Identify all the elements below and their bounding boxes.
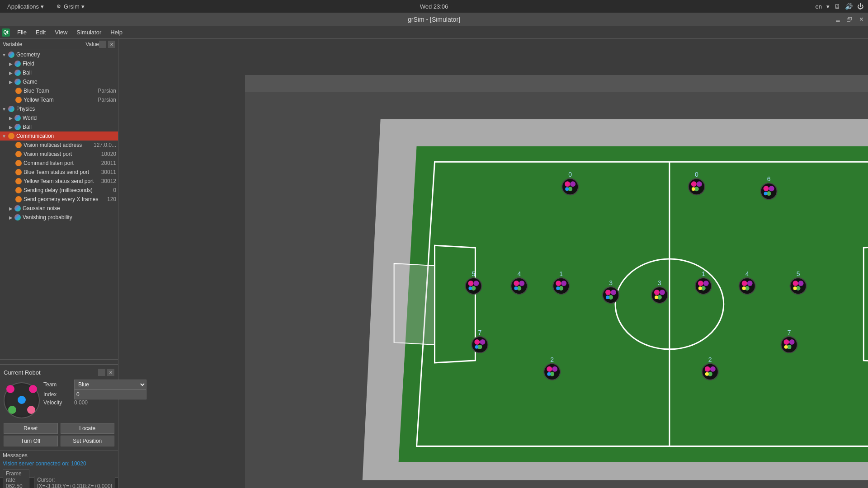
tree-item-sending-delay[interactable]: Sending delay (milliseconds) 0	[0, 186, 118, 195]
cursor-indicator: Cursor: [X=-3.180;Y=+0.318;Z=+0.000]	[34, 476, 115, 488]
action-buttons-row1: Reset Locate	[4, 423, 114, 434]
node-icon	[8, 52, 14, 58]
svg-point-18	[561, 281, 566, 286]
index-input[interactable]	[74, 389, 146, 399]
sys-icon-power: ⏻	[857, 3, 863, 10]
game-viewport[interactable]: 0 1 2	[245, 75, 868, 488]
tree-label: Vision multicast port	[24, 151, 72, 157]
node-icon	[8, 133, 14, 139]
menu-view[interactable]: View	[50, 27, 72, 38]
applications-menu[interactable]: Applications ▾	[5, 2, 47, 11]
tree-item-field[interactable]: ▶ Field	[0, 59, 118, 68]
menu-help[interactable]: Help	[106, 27, 127, 38]
tree-item-yellow-status-port[interactable]: Yellow Team status send port 30012	[0, 177, 118, 186]
team-label: Team	[43, 381, 71, 388]
tree-label: Geometry	[16, 52, 40, 58]
tree-item-geometry[interactable]: ▼ Geometry	[0, 50, 118, 59]
system-bar: Applications ▾ ⚙ Grsim ▾ Wed 23:06 en ▾ …	[0, 0, 868, 13]
svg-point-74	[705, 372, 709, 376]
svg-text:7: 7	[788, 329, 791, 336]
action-buttons-row2: Turn Off Set Position	[4, 436, 114, 446]
tree-item-blue-status-port[interactable]: Blue Team status send port 30011	[0, 168, 118, 177]
maximize-btn[interactable]: 🗗	[844, 16, 854, 23]
svg-point-32	[606, 296, 609, 299]
tree-label: Blue Team status send port	[24, 169, 89, 175]
horizontal-scrollbar[interactable]	[0, 359, 118, 365]
tree-item-game[interactable]: ▶ Game	[0, 77, 118, 86]
tree-item-world[interactable]: ▶ World	[0, 113, 118, 122]
grsim-label: Grsim	[64, 3, 80, 10]
svg-point-56	[475, 345, 478, 349]
node-icon	[14, 61, 21, 67]
velocity-label: Velocity	[43, 399, 71, 406]
tree-label: Communication	[16, 133, 54, 139]
turn-off-button[interactable]: Turn Off	[4, 436, 58, 446]
reset-button[interactable]: Reset	[4, 423, 58, 434]
tree-item-send-geometry[interactable]: Send geometry every X frames 120	[0, 195, 118, 204]
grsim-menu[interactable]: ⚙ Grsim ▾	[54, 2, 87, 11]
dot-pink-br	[27, 406, 35, 414]
robot-panel-header: Current Robot — ✕	[4, 369, 114, 376]
tree-item-vision-port[interactable]: Vision multicast port 10020	[0, 150, 118, 159]
menu-edit[interactable]: Edit	[31, 27, 50, 38]
tree-value: 127.0.0...	[94, 142, 116, 148]
tree-item-vision-addr[interactable]: Vision multicast address 127.0.0...	[0, 141, 118, 150]
tree-item-physics[interactable]: ▼ Physics	[0, 104, 118, 113]
variables-panel: Variable Value — ✕ ▼ Geometry ▶ Field	[0, 39, 118, 359]
robot-panel-minimize[interactable]: —	[98, 369, 105, 376]
velocity-value: 0.000	[74, 399, 88, 406]
tree-value: 10020	[101, 151, 116, 157]
tree-label: Blue Team	[24, 88, 49, 94]
tree-item-yellow-team[interactable]: Yellow Team Parsian	[0, 95, 118, 104]
robot-fields: Team Blue Yellow Index Velocity 0.000	[43, 380, 146, 406]
locate-button[interactable]: Locate	[61, 423, 115, 434]
svg-point-77	[654, 290, 660, 295]
tree-value: Parsian	[98, 97, 116, 103]
tree-label: Field	[23, 61, 34, 67]
tree-label: Vision multicast address	[24, 142, 82, 148]
applications-arrow: ▾	[41, 3, 44, 10]
tree-item-gaussian-noise[interactable]: ▶ Gaussian noise	[0, 204, 118, 213]
tree-label: Yellow Team status send port	[24, 178, 94, 184]
svg-point-50	[764, 192, 768, 195]
expand-arrow: ▶	[9, 80, 13, 84]
robot-panel: Current Robot — ✕ Team	[0, 365, 118, 450]
node-icon	[15, 187, 22, 193]
svg-text:2: 2	[708, 356, 712, 363]
tree-label: Yellow Team	[24, 97, 54, 103]
svg-marker-8	[394, 263, 435, 345]
tree-item-vanishing-prob[interactable]: ▶ Vanishing probability	[0, 213, 118, 222]
menu-simulator[interactable]: Simulator	[72, 27, 106, 38]
team-select[interactable]: Blue Yellow	[74, 380, 146, 389]
field-svg: 0 1 2	[245, 75, 868, 488]
status-bar: Frame rate: 062.50 fps Cursor: [X=-3.180…	[0, 477, 118, 488]
svg-point-90	[798, 281, 804, 286]
tree-label: Gaussian noise	[23, 205, 60, 211]
window-title: grSim - [Simulator]	[408, 16, 460, 23]
panel-minimize-btn[interactable]: —	[99, 41, 106, 48]
node-icon	[15, 160, 22, 166]
robot-panel-close[interactable]: ✕	[107, 369, 114, 376]
minimize-btn[interactable]: 🗕	[833, 16, 843, 23]
svg-point-83	[742, 281, 747, 286]
tree-item-ball[interactable]: ▶ Ball	[0, 68, 118, 77]
svg-text:4: 4	[745, 270, 749, 277]
robot-panel-title: Current Robot	[4, 369, 41, 376]
svg-text:6: 6	[767, 175, 771, 183]
close-btn[interactable]: ×	[859, 15, 863, 23]
tree-label: Send geometry every X frames	[24, 196, 98, 202]
svg-point-53	[474, 339, 480, 345]
menu-file[interactable]: File	[13, 27, 31, 38]
panel-close-btn[interactable]: ✕	[108, 41, 115, 48]
tree-item-blue-team[interactable]: Blue Team Parsian	[0, 86, 118, 95]
robot-form-area: Team Blue Yellow Index Velocity 0.000	[4, 380, 114, 421]
variables-header: Variable Value — ✕	[0, 39, 118, 50]
svg-point-44	[468, 286, 472, 290]
team-row: Team Blue Yellow	[43, 380, 146, 389]
tree-item-communication[interactable]: ▼ Communication	[0, 131, 118, 141]
svg-point-20	[556, 286, 560, 290]
tree-item-ball2[interactable]: ▶ Ball	[0, 122, 118, 131]
expand-arrow: ▶	[9, 61, 13, 66]
tree-item-cmd-port[interactable]: Command listen port 20011	[0, 159, 118, 168]
set-position-button[interactable]: Set Position	[61, 436, 115, 446]
